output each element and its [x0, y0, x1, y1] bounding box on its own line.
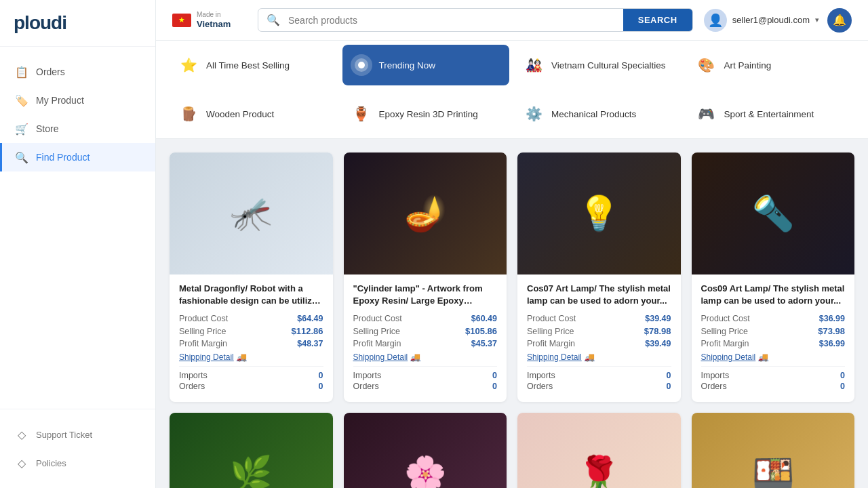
imports-row: Imports 0: [179, 371, 323, 380]
sidebar-item-find-product[interactable]: 🔍 Find Product: [0, 143, 155, 171]
imports-label: Imports: [701, 371, 730, 380]
product-card[interactable]: 🍱 Wooden Serving Tray - Handcrafted natu…: [692, 413, 855, 488]
sidebar-nav: 📋 Orders 🏷️ My Product 🛒 Store 🔍 Find Pr…: [0, 47, 155, 409]
product-cost-row: Product Cost $39.49: [527, 314, 671, 323]
profit-margin-value: $36.99: [819, 339, 845, 348]
sidebar-bottom: ◇ Support Ticket ◇ Policies: [0, 409, 155, 488]
product-image: 🍱: [692, 413, 855, 488]
cat-art-painting[interactable]: 🎨 Art Painting: [688, 45, 855, 85]
sport-icon: 🎮: [696, 103, 717, 125]
product-cost-row: Product Cost $60.49: [353, 314, 498, 323]
shipping-detail-link[interactable]: Shipping Detail 🚚: [353, 352, 498, 362]
orders-label: Orders: [179, 382, 205, 391]
sidebar-item-support[interactable]: ◇ Support Ticket: [0, 420, 155, 449]
product-image: 💡: [517, 152, 681, 274]
cat-label: Trending Now: [379, 60, 436, 70]
imports-count: 0: [319, 371, 323, 380]
imports-count: 0: [840, 371, 845, 380]
imports-row: Imports 0: [701, 371, 846, 380]
product-cost-value: $64.49: [297, 314, 323, 323]
cat-label: Wooden Product: [206, 109, 274, 119]
search-button[interactable]: SEARCH: [623, 9, 692, 31]
selling-price-value: $105.86: [465, 326, 497, 336]
cat-vietnam-cultural[interactable]: 🎎 Vietnam Cultural Specialties: [515, 45, 682, 85]
imports-row: Imports 0: [353, 371, 498, 380]
profit-margin-row: Profit Margin $39.49: [527, 339, 671, 348]
logo-text: ploudi: [14, 12, 66, 34]
gear-icon: ⚙️: [523, 103, 545, 125]
cat-label: Mechanical Products: [551, 109, 636, 119]
product-image: 🪔: [344, 152, 507, 274]
product-card[interactable]: 💡 Cos07 Art Lamp/ The stylish metal lamp…: [517, 152, 681, 402]
logo-area: ploudi: [0, 0, 155, 47]
divider: [527, 366, 671, 367]
cat-wooden-product[interactable]: 🪵 Wooden Product: [170, 94, 337, 134]
truck-icon: 🚚: [585, 352, 595, 362]
product-card[interactable]: 🌸 Marie's Flower Arrangement - Premium g…: [344, 413, 507, 488]
shipping-detail-link[interactable]: Shipping Detail 🚚: [701, 352, 846, 362]
shipping-detail-link[interactable]: Shipping Detail 🚚: [527, 352, 671, 362]
sidebar-item-store[interactable]: 🛒 Store: [0, 115, 155, 143]
profit-margin-row: Profit Margin $36.99: [701, 339, 846, 348]
user-info[interactable]: 👤 seller1@ploudi.com ▾: [704, 9, 819, 32]
product-cost-label: Product Cost: [179, 314, 228, 323]
selling-price-label: Selling Price: [353, 327, 400, 336]
cat-epoxy[interactable]: 🏺 Epoxy Resin 3D Printing: [342, 94, 510, 134]
selling-price-value: $112.86: [292, 326, 323, 336]
orders-label: Orders: [527, 382, 553, 391]
vietnam-flag: ★: [172, 14, 191, 27]
orders-row: Orders 0: [527, 382, 671, 391]
selling-price-value: $78.98: [644, 326, 671, 336]
bell-icon: 🔔: [833, 14, 846, 26]
diamond-icon: ◇: [16, 428, 28, 441]
imports-row: Imports 0: [527, 371, 671, 380]
cat-sport[interactable]: 🎮 Sport & Entertainment: [688, 94, 855, 134]
orders-row: Orders 0: [353, 382, 498, 391]
orders-count: 0: [840, 382, 845, 391]
product-card[interactable]: 🔦 Cos09 Art Lamp/ The stylish metal lamp…: [692, 152, 855, 402]
product-image-icon: 🦟: [170, 152, 333, 274]
notification-bell-button[interactable]: 🔔: [827, 8, 852, 33]
product-title: "Cylinder lamp" - Artwork from Epoxy Res…: [353, 283, 498, 307]
product-cost-value: $39.49: [645, 314, 671, 323]
orders-label: Orders: [701, 382, 727, 391]
orders-count: 0: [667, 382, 671, 391]
imports-label: Imports: [353, 371, 382, 380]
sidebar-item-policies[interactable]: ◇ Policies: [0, 449, 155, 477]
imports-count: 0: [492, 371, 497, 380]
profit-margin-row: Profit Margin $48.37: [179, 339, 323, 348]
cat-all-time-best-selling[interactable]: ⭐ All Time Best Selling: [170, 45, 337, 85]
product-card[interactable]: 🌿 Green Leaf Decorative Tray - Natural h…: [170, 413, 333, 488]
cat-label: All Time Best Selling: [206, 60, 290, 70]
cat-mechanical[interactable]: ⚙️ Mechanical Products: [515, 94, 682, 134]
search-input[interactable]: [288, 9, 623, 31]
product-card[interactable]: 🦟 Metal Dragonfly/ Robot with a fashiona…: [170, 152, 333, 402]
cat-label: Sport & Entertainment: [724, 109, 814, 119]
profit-margin-label: Profit Margin: [353, 339, 401, 348]
cat-trending-now[interactable]: Trending Now: [342, 45, 510, 85]
search-bar: 🔍 SEARCH: [258, 8, 693, 32]
sidebar: ploudi 📋 Orders 🏷️ My Product 🛒 Store 🔍 …: [0, 0, 156, 488]
shipping-detail-link[interactable]: Shipping Detail 🚚: [179, 352, 323, 362]
shipping-detail-text: Shipping Detail: [701, 352, 756, 362]
sidebar-item-orders[interactable]: 📋 Orders: [0, 58, 155, 86]
shipping-detail-text: Shipping Detail: [527, 352, 582, 362]
product-image: 🌹: [517, 413, 681, 488]
selling-price-label: Selling Price: [701, 327, 748, 336]
search-icon: 🔍: [16, 151, 28, 163]
chevron-down-icon: ▾: [815, 16, 819, 24]
trending-icon: [351, 54, 372, 76]
sidebar-item-my-product[interactable]: 🏷️ My Product: [0, 86, 155, 115]
product-cost-row: Product Cost $36.99: [701, 314, 846, 323]
orders-row: Orders 0: [701, 382, 846, 391]
product-title: Cos09 Art Lamp/ The stylish metal lamp c…: [701, 283, 846, 307]
divider: [353, 366, 498, 367]
product-card[interactable]: 🌹 Pink Rose Decorative Piece - Elegant f…: [517, 413, 681, 488]
store-icon: 🛒: [16, 123, 28, 135]
star-icon: ⭐: [178, 54, 199, 76]
flag-star: ★: [178, 16, 185, 24]
product-card[interactable]: 🪔 "Cylinder lamp" - Artwork from Epoxy R…: [344, 152, 507, 402]
divider: [701, 366, 846, 367]
tag-icon: 🏷️: [16, 94, 28, 106]
profit-margin-row: Profit Margin $45.37: [353, 339, 498, 348]
